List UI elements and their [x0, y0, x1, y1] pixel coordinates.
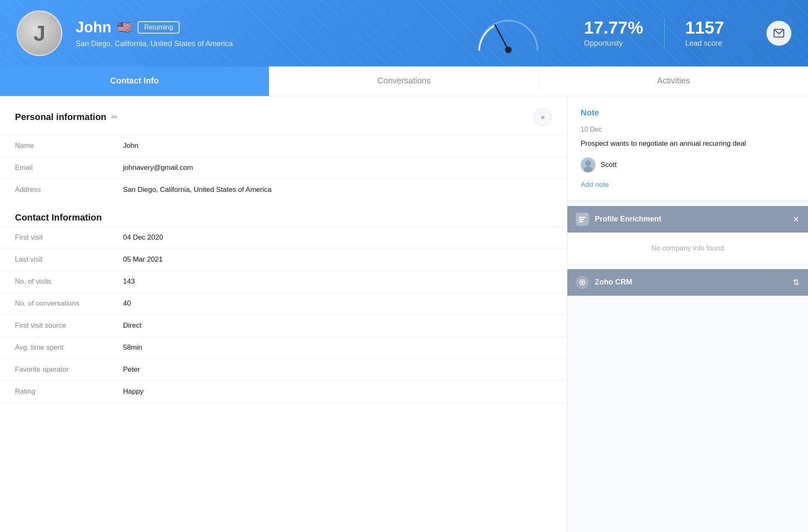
add-note-button[interactable]: Add note	[581, 181, 795, 189]
favorite-operator-value: Peter	[123, 365, 140, 374]
user-name: John	[76, 19, 111, 36]
left-panel: Personal information ✏ » Name John Email…	[0, 96, 567, 532]
tab-contact-info[interactable]: Contact Info	[0, 66, 269, 96]
email-row: Email johnavery@gmail.com	[0, 157, 567, 179]
user-location: San Diego, California, United States of …	[76, 39, 453, 48]
author-avatar-img	[581, 157, 596, 172]
expand-button[interactable]: »	[534, 108, 552, 126]
num-visits-label: No. of visits	[15, 277, 123, 286]
note-section: Note 10 Dec Prospect wants to negotiate …	[567, 96, 808, 201]
contact-info-section: Contact Information	[0, 201, 567, 226]
user-name-row: John 🇺🇸 Returning	[76, 19, 453, 36]
opportunity-stat: 17.77% Opportunity	[563, 19, 664, 48]
svg-point-4	[585, 160, 591, 166]
svg-rect-8	[579, 221, 583, 222]
profile-enrichment-content: No company info found	[567, 233, 808, 264]
email-button[interactable]	[766, 21, 791, 46]
personal-info-title: Personal information	[15, 112, 106, 123]
favorite-operator-row: Favorite operator Peter	[0, 358, 567, 380]
rating-value: Happy	[123, 387, 143, 396]
last-visit-row: Last visit 05 Mar 2021	[0, 248, 567, 270]
last-visit-label: Last visit	[15, 255, 123, 264]
profile-enrichment-header[interactable]: Profile Enrichment ✕	[567, 206, 808, 233]
zoho-icon-svg	[578, 278, 586, 287]
enrichment-icon-svg	[578, 215, 586, 223]
profile-enrichment-icon	[576, 213, 589, 226]
author-name: Scott	[601, 161, 617, 169]
email-value: johnavery@gmail.com	[123, 164, 193, 172]
first-visit-value: 04 Dec 2020	[123, 233, 163, 242]
flag-icon: 🇺🇸	[117, 20, 132, 34]
address-label: Address	[15, 186, 123, 194]
num-conversations-row: No. of conversations 40	[0, 292, 567, 314]
author-avatar	[581, 157, 596, 172]
rating-row: Rating Happy	[0, 380, 567, 403]
num-visits-row: No. of visits 143	[0, 270, 567, 292]
note-date: 10 Dec	[581, 126, 795, 133]
rating-label: Rating	[15, 387, 123, 396]
lead-score-label: Lead score	[685, 39, 724, 48]
num-conversations-value: 40	[123, 299, 131, 308]
opportunity-label: Opportunity	[584, 39, 643, 48]
edit-icon[interactable]: ✏	[111, 113, 118, 122]
name-label: Name	[15, 142, 123, 150]
returning-badge[interactable]: Returning	[138, 21, 180, 34]
avatar-letter: J	[34, 21, 46, 46]
svg-rect-7	[579, 219, 584, 220]
email-icon	[773, 27, 785, 39]
lead-score-value: 1157	[685, 19, 724, 37]
avatar: J	[17, 10, 62, 56]
avg-time-label: Avg. time spent	[15, 343, 123, 352]
name-row: Name John	[0, 135, 567, 157]
name-value: John	[123, 142, 138, 150]
lead-score-stat: 1157 Lead score	[664, 19, 745, 48]
first-visit-label: First visit	[15, 233, 123, 242]
main-content: Personal information ✏ » Name John Email…	[0, 96, 808, 532]
svg-point-9	[581, 281, 584, 284]
first-visit-source-label: First visit source	[15, 321, 123, 330]
first-visit-source-value: Direct	[123, 321, 141, 330]
header: J John 🇺🇸 Returning San Diego, Californi…	[0, 0, 808, 66]
opportunity-value: 17.77%	[584, 19, 643, 37]
personal-info-header: Personal information ✏ »	[0, 96, 567, 135]
tabs-bar: Contact Info Conversations Activities	[0, 66, 808, 96]
user-info: John 🇺🇸 Returning San Diego, California,…	[76, 19, 453, 48]
profile-enrichment-title: Profile Enrichment	[595, 215, 787, 223]
svg-line-1	[495, 25, 508, 50]
no-company-text: No company info found	[651, 244, 724, 252]
email-label: Email	[15, 164, 123, 172]
num-conversations-label: No. of conversations	[15, 299, 123, 308]
gauge-svg	[471, 10, 546, 56]
avg-time-row: Avg. time spent 58min	[0, 336, 567, 358]
address-value: San Diego, California, United States of …	[123, 186, 271, 194]
zoho-icon	[576, 276, 589, 289]
svg-rect-6	[579, 217, 586, 218]
gauge-area	[467, 10, 550, 56]
note-header: Note	[581, 108, 795, 118]
zoho-crm-header[interactable]: Zoho CRM ⇅	[567, 269, 808, 296]
tab-activities[interactable]: Activities	[539, 66, 808, 96]
first-visit-source-row: First visit source Direct	[0, 314, 567, 336]
right-panel: Note 10 Dec Prospect wants to negotiate …	[567, 96, 808, 532]
avg-time-value: 58min	[123, 343, 142, 352]
note-text: Prospect wants to negotiate an annual re…	[581, 138, 795, 149]
stats-area: 17.77% Opportunity 1157 Lead score	[563, 19, 745, 48]
profile-enrichment-toggle[interactable]: ✕	[793, 214, 800, 224]
contact-info-title: Contact Information	[15, 212, 102, 223]
note-title: Note	[581, 108, 599, 118]
favorite-operator-label: Favorite operator	[15, 365, 123, 374]
zoho-crm-toggle[interactable]: ⇅	[793, 277, 800, 287]
note-author: Scott	[581, 157, 795, 172]
tab-conversations[interactable]: Conversations	[269, 66, 538, 96]
zoho-crm-title: Zoho CRM	[595, 278, 787, 287]
first-visit-row: First visit 04 Dec 2020	[0, 226, 567, 248]
num-visits-value: 143	[123, 277, 135, 286]
address-row: Address San Diego, California, United St…	[0, 179, 567, 201]
profile-enrichment-widget: Profile Enrichment ✕ No company info fou…	[567, 206, 808, 264]
last-visit-value: 05 Mar 2021	[123, 255, 163, 264]
